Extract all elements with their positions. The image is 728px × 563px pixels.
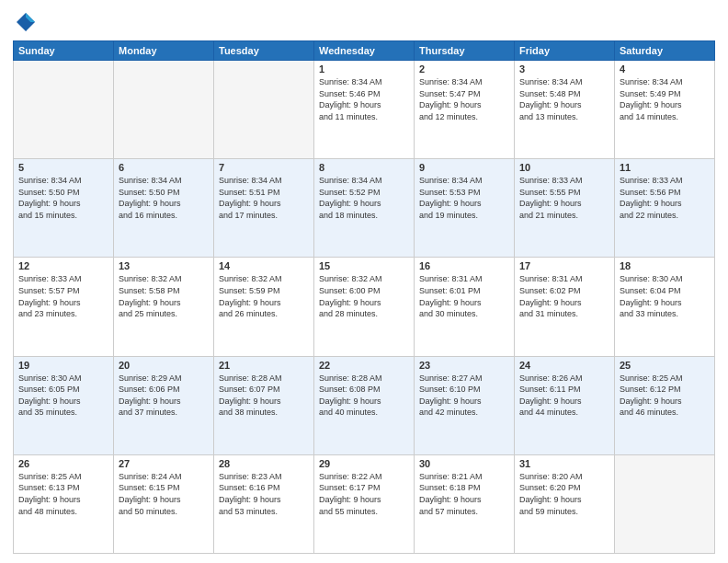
day-number: 20 bbox=[119, 360, 209, 371]
calendar-cell: 25Sunrise: 8:25 AMSunset: 6:12 PMDayligh… bbox=[615, 356, 715, 454]
day-number: 11 bbox=[620, 162, 710, 173]
calendar-cell: 17Sunrise: 8:31 AMSunset: 6:02 PMDayligh… bbox=[515, 258, 615, 356]
day-number: 5 bbox=[18, 162, 108, 173]
calendar-week-row: 1Sunrise: 8:34 AMSunset: 5:46 PMDaylight… bbox=[14, 61, 715, 159]
calendar-day-header: Saturday bbox=[615, 41, 715, 61]
day-number: 17 bbox=[519, 260, 609, 271]
logo bbox=[13, 9, 42, 35]
calendar-cell: 23Sunrise: 8:27 AMSunset: 6:10 PMDayligh… bbox=[415, 356, 515, 454]
calendar-cell: 14Sunrise: 8:32 AMSunset: 5:59 PMDayligh… bbox=[214, 258, 314, 356]
calendar-cell: 5Sunrise: 8:34 AMSunset: 5:50 PMDaylight… bbox=[14, 159, 114, 258]
day-number: 27 bbox=[119, 458, 209, 469]
day-info: Sunrise: 8:34 AMSunset: 5:46 PMDaylight:… bbox=[319, 76, 409, 122]
day-number: 7 bbox=[219, 162, 309, 173]
calendar-cell bbox=[14, 61, 114, 159]
day-info: Sunrise: 8:33 AMSunset: 5:57 PMDaylight:… bbox=[18, 273, 108, 319]
calendar-header-row: SundayMondayTuesdayWednesdayThursdayFrid… bbox=[14, 41, 715, 61]
calendar-cell: 10Sunrise: 8:33 AMSunset: 5:55 PMDayligh… bbox=[515, 159, 615, 258]
day-info: Sunrise: 8:31 AMSunset: 6:01 PMDaylight:… bbox=[419, 273, 509, 319]
calendar-cell: 27Sunrise: 8:24 AMSunset: 6:15 PMDayligh… bbox=[114, 454, 214, 553]
day-number: 16 bbox=[419, 260, 509, 271]
day-info: Sunrise: 8:21 AMSunset: 6:18 PMDaylight:… bbox=[419, 471, 509, 517]
calendar-cell: 24Sunrise: 8:26 AMSunset: 6:11 PMDayligh… bbox=[515, 356, 615, 454]
calendar-cell: 13Sunrise: 8:32 AMSunset: 5:58 PMDayligh… bbox=[114, 258, 214, 356]
day-number: 8 bbox=[319, 162, 409, 173]
day-info: Sunrise: 8:32 AMSunset: 5:58 PMDaylight:… bbox=[119, 273, 209, 319]
calendar-cell bbox=[114, 61, 214, 159]
calendar-day-header: Thursday bbox=[415, 41, 515, 61]
calendar-cell: 20Sunrise: 8:29 AMSunset: 6:06 PMDayligh… bbox=[114, 356, 214, 454]
day-info: Sunrise: 8:29 AMSunset: 6:06 PMDaylight:… bbox=[119, 373, 209, 419]
day-number: 14 bbox=[219, 260, 309, 271]
calendar-cell: 11Sunrise: 8:33 AMSunset: 5:56 PMDayligh… bbox=[615, 159, 715, 258]
day-number: 6 bbox=[119, 162, 209, 173]
day-info: Sunrise: 8:26 AMSunset: 6:11 PMDaylight:… bbox=[519, 373, 609, 419]
day-info: Sunrise: 8:30 AMSunset: 6:04 PMDaylight:… bbox=[620, 273, 710, 319]
calendar-table: SundayMondayTuesdayWednesdayThursdayFrid… bbox=[13, 40, 715, 554]
calendar-cell: 6Sunrise: 8:34 AMSunset: 5:50 PMDaylight… bbox=[114, 159, 214, 258]
day-info: Sunrise: 8:34 AMSunset: 5:50 PMDaylight:… bbox=[18, 175, 108, 221]
day-number: 24 bbox=[519, 360, 609, 371]
calendar-cell: 9Sunrise: 8:34 AMSunset: 5:53 PMDaylight… bbox=[415, 159, 515, 258]
calendar-cell: 19Sunrise: 8:30 AMSunset: 6:05 PMDayligh… bbox=[14, 356, 114, 454]
calendar-cell bbox=[214, 61, 314, 159]
day-number: 2 bbox=[419, 63, 509, 75]
day-number: 31 bbox=[519, 458, 609, 469]
calendar-day-header: Sunday bbox=[14, 41, 114, 61]
day-info: Sunrise: 8:34 AMSunset: 5:49 PMDaylight:… bbox=[620, 76, 710, 122]
day-info: Sunrise: 8:34 AMSunset: 5:47 PMDaylight:… bbox=[419, 76, 509, 122]
day-info: Sunrise: 8:34 AMSunset: 5:50 PMDaylight:… bbox=[119, 175, 209, 221]
day-number: 18 bbox=[620, 260, 710, 271]
day-number: 10 bbox=[519, 162, 609, 173]
day-number: 15 bbox=[319, 260, 409, 271]
calendar-cell: 12Sunrise: 8:33 AMSunset: 5:57 PMDayligh… bbox=[14, 258, 114, 356]
day-number: 25 bbox=[620, 360, 710, 371]
day-info: Sunrise: 8:31 AMSunset: 6:02 PMDaylight:… bbox=[519, 273, 609, 319]
day-number: 23 bbox=[419, 360, 509, 371]
day-info: Sunrise: 8:27 AMSunset: 6:10 PMDaylight:… bbox=[419, 373, 509, 419]
day-number: 9 bbox=[419, 162, 509, 173]
calendar-cell: 2Sunrise: 8:34 AMSunset: 5:47 PMDaylight… bbox=[415, 61, 515, 159]
calendar-week-row: 12Sunrise: 8:33 AMSunset: 5:57 PMDayligh… bbox=[14, 258, 715, 356]
day-number: 1 bbox=[319, 63, 409, 75]
calendar-day-header: Friday bbox=[515, 41, 615, 61]
day-number: 3 bbox=[519, 63, 609, 75]
day-info: Sunrise: 8:34 AMSunset: 5:52 PMDaylight:… bbox=[319, 175, 409, 221]
day-info: Sunrise: 8:32 AMSunset: 6:00 PMDaylight:… bbox=[319, 273, 409, 319]
calendar-day-header: Monday bbox=[114, 41, 214, 61]
calendar-cell: 15Sunrise: 8:32 AMSunset: 6:00 PMDayligh… bbox=[314, 258, 415, 356]
day-info: Sunrise: 8:33 AMSunset: 5:55 PMDaylight:… bbox=[519, 175, 609, 221]
day-number: 21 bbox=[219, 360, 309, 371]
day-info: Sunrise: 8:28 AMSunset: 6:08 PMDaylight:… bbox=[319, 373, 409, 419]
day-info: Sunrise: 8:34 AMSunset: 5:48 PMDaylight:… bbox=[519, 76, 609, 122]
day-info: Sunrise: 8:24 AMSunset: 6:15 PMDaylight:… bbox=[119, 471, 209, 517]
day-info: Sunrise: 8:32 AMSunset: 5:59 PMDaylight:… bbox=[219, 273, 309, 319]
day-info: Sunrise: 8:23 AMSunset: 6:16 PMDaylight:… bbox=[219, 471, 309, 517]
calendar-week-row: 26Sunrise: 8:25 AMSunset: 6:13 PMDayligh… bbox=[14, 454, 715, 553]
calendar-cell: 3Sunrise: 8:34 AMSunset: 5:48 PMDaylight… bbox=[515, 61, 615, 159]
calendar-cell: 16Sunrise: 8:31 AMSunset: 6:01 PMDayligh… bbox=[415, 258, 515, 356]
day-info: Sunrise: 8:30 AMSunset: 6:05 PMDaylight:… bbox=[18, 373, 108, 419]
day-number: 22 bbox=[319, 360, 409, 371]
day-info: Sunrise: 8:22 AMSunset: 6:17 PMDaylight:… bbox=[319, 471, 409, 517]
day-number: 29 bbox=[319, 458, 409, 469]
calendar-cell: 18Sunrise: 8:30 AMSunset: 6:04 PMDayligh… bbox=[615, 258, 715, 356]
calendar-cell bbox=[615, 454, 715, 553]
day-info: Sunrise: 8:34 AMSunset: 5:53 PMDaylight:… bbox=[419, 175, 509, 221]
day-info: Sunrise: 8:25 AMSunset: 6:12 PMDaylight:… bbox=[620, 373, 710, 419]
calendar-cell: 4Sunrise: 8:34 AMSunset: 5:49 PMDaylight… bbox=[615, 61, 715, 159]
calendar-cell: 30Sunrise: 8:21 AMSunset: 6:18 PMDayligh… bbox=[415, 454, 515, 553]
day-info: Sunrise: 8:20 AMSunset: 6:20 PMDaylight:… bbox=[519, 471, 609, 517]
calendar-day-header: Wednesday bbox=[314, 41, 415, 61]
day-number: 19 bbox=[18, 360, 108, 371]
calendar-cell: 22Sunrise: 8:28 AMSunset: 6:08 PMDayligh… bbox=[314, 356, 415, 454]
day-info: Sunrise: 8:34 AMSunset: 5:51 PMDaylight:… bbox=[219, 175, 309, 221]
calendar-cell: 7Sunrise: 8:34 AMSunset: 5:51 PMDaylight… bbox=[214, 159, 314, 258]
day-number: 28 bbox=[219, 458, 309, 469]
calendar-cell: 29Sunrise: 8:22 AMSunset: 6:17 PMDayligh… bbox=[314, 454, 415, 553]
day-info: Sunrise: 8:28 AMSunset: 6:07 PMDaylight:… bbox=[219, 373, 309, 419]
calendar-week-row: 5Sunrise: 8:34 AMSunset: 5:50 PMDaylight… bbox=[14, 159, 715, 258]
day-number: 26 bbox=[18, 458, 108, 469]
page: SundayMondayTuesdayWednesdayThursdayFrid… bbox=[0, 0, 728, 563]
day-number: 13 bbox=[119, 260, 209, 271]
